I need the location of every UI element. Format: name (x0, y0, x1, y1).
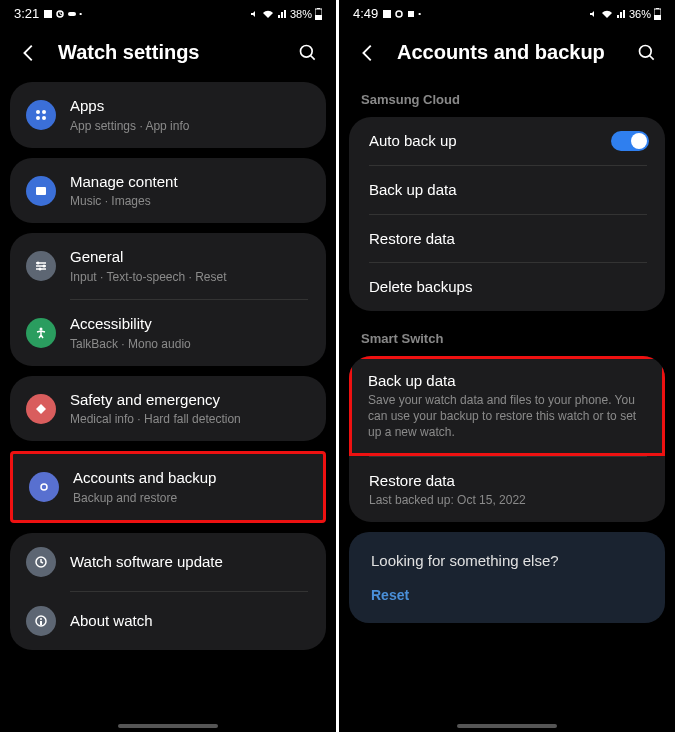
svg-rect-4 (315, 15, 322, 20)
svg-point-21 (396, 11, 402, 17)
svg-point-26 (640, 45, 652, 57)
switch-group: Back up data Save your watch data and fi… (349, 356, 665, 523)
tip-link-reset[interactable]: Reset (371, 587, 643, 603)
item-title: Manage content (70, 172, 310, 192)
settings-group-5-highlighted: Accounts and backup Backup and restore (10, 451, 326, 523)
item-title: Delete backups (369, 277, 649, 297)
battery-text: 36% (629, 8, 651, 20)
svg-rect-2 (68, 12, 76, 16)
settings-group-1: Apps App settings · App info (10, 82, 326, 148)
clock: 3:21 (14, 6, 39, 21)
item-title: About watch (70, 611, 310, 631)
page-title: Watch settings (58, 41, 280, 64)
svg-rect-24 (654, 15, 661, 20)
tip-card: Looking for something else? Reset (349, 532, 665, 623)
wifi-icon (262, 9, 274, 19)
status-bar: 4:49 • 36% (339, 0, 675, 25)
battery-text: 38% (290, 8, 312, 20)
item-apps[interactable]: Apps App settings · App info (10, 82, 326, 148)
item-switch-backup-highlighted[interactable]: Back up data Save your watch data and fi… (349, 356, 665, 456)
item-accounts-backup[interactable]: Accounts and backup Backup and restore (13, 454, 323, 520)
svg-rect-11 (36, 187, 46, 195)
item-title: Back up data (368, 371, 646, 391)
page-title: Accounts and backup (397, 41, 619, 64)
content-icon (26, 176, 56, 206)
svg-point-12 (37, 262, 40, 265)
item-title: Restore data (369, 471, 649, 491)
home-indicator[interactable] (457, 724, 557, 728)
svg-rect-19 (40, 621, 42, 625)
volume-icon (249, 9, 259, 19)
item-accessibility[interactable]: Accessibility TalkBack · Mono audio (10, 300, 326, 366)
item-title: Apps (70, 96, 310, 116)
battery-icon (654, 8, 661, 20)
header: Watch settings (0, 25, 336, 82)
svg-point-18 (40, 618, 42, 620)
accessibility-icon (26, 318, 56, 348)
cloud-group: Auto back up Back up data Restore data D… (349, 117, 665, 311)
svg-point-15 (40, 327, 43, 330)
status-notif-icons: • (382, 9, 421, 19)
battery-icon (315, 8, 322, 20)
svg-point-13 (43, 265, 46, 268)
signal-icon (616, 9, 626, 19)
item-general[interactable]: General Input · Text-to-speech · Reset (10, 233, 326, 299)
item-title: Watch software update (70, 552, 310, 572)
svg-rect-5 (317, 8, 320, 9)
item-switch-restore[interactable]: Restore data Last backed up: Oct 15, 202… (349, 457, 665, 523)
svg-point-14 (39, 268, 42, 271)
item-sub: Backup and restore (73, 490, 307, 506)
item-safety[interactable]: Safety and emergency Medical info · Hard… (10, 376, 326, 442)
home-indicator[interactable] (118, 724, 218, 728)
item-about-watch[interactable]: About watch (10, 592, 326, 650)
item-software-update[interactable]: Watch software update (10, 533, 326, 591)
settings-group-4: Safety and emergency Medical info · Hard… (10, 376, 326, 442)
safety-icon (26, 394, 56, 424)
item-auto-backup[interactable]: Auto back up (349, 117, 665, 165)
wifi-icon (601, 9, 613, 19)
svg-point-10 (42, 116, 46, 120)
item-title: Accounts and backup (73, 468, 307, 488)
svg-point-6 (301, 45, 313, 57)
section-samsung-cloud: Samsung Cloud (339, 82, 675, 117)
svg-rect-20 (383, 10, 391, 18)
accounts-backup-screen: 4:49 • 36% Accounts and backup Samsung C… (339, 0, 675, 732)
item-manage-content[interactable]: Manage content Music · Images (10, 158, 326, 224)
item-sub: App settings · App info (70, 118, 310, 134)
svg-point-8 (42, 110, 46, 114)
tip-title: Looking for something else? (371, 552, 643, 569)
item-sub: Input · Text-to-speech · Reset (70, 269, 310, 285)
header: Accounts and backup (339, 25, 675, 82)
status-notif-icons: • (43, 9, 82, 19)
svg-point-7 (36, 110, 40, 114)
volume-icon (588, 9, 598, 19)
search-icon[interactable] (298, 43, 318, 63)
back-icon[interactable] (357, 42, 379, 64)
item-title: Auto back up (369, 131, 597, 151)
item-title: General (70, 247, 310, 267)
about-icon (26, 606, 56, 636)
clock: 4:49 (353, 6, 378, 21)
toggle-auto-backup[interactable] (611, 131, 649, 151)
back-icon[interactable] (18, 42, 40, 64)
item-sub: Medical info · Hard fall detection (70, 411, 310, 427)
settings-group-2: Manage content Music · Images (10, 158, 326, 224)
item-sub: Save your watch data and files to your p… (368, 392, 646, 441)
signal-icon (277, 9, 287, 19)
item-sub: Last backed up: Oct 15, 2022 (369, 492, 649, 508)
item-sub: Music · Images (70, 193, 310, 209)
item-cloud-backup[interactable]: Back up data (349, 166, 665, 214)
update-icon (26, 547, 56, 577)
settings-group-3: General Input · Text-to-speech · Reset A… (10, 233, 326, 365)
svg-rect-22 (408, 11, 414, 17)
item-cloud-delete[interactable]: Delete backups (349, 263, 665, 311)
item-cloud-restore[interactable]: Restore data (349, 215, 665, 263)
general-icon (26, 251, 56, 281)
item-title: Accessibility (70, 314, 310, 334)
section-smart-switch: Smart Switch (339, 321, 675, 356)
item-title: Safety and emergency (70, 390, 310, 410)
search-icon[interactable] (637, 43, 657, 63)
item-title: Back up data (369, 180, 649, 200)
item-title: Restore data (369, 229, 649, 249)
status-bar: 3:21 • 38% (0, 0, 336, 25)
